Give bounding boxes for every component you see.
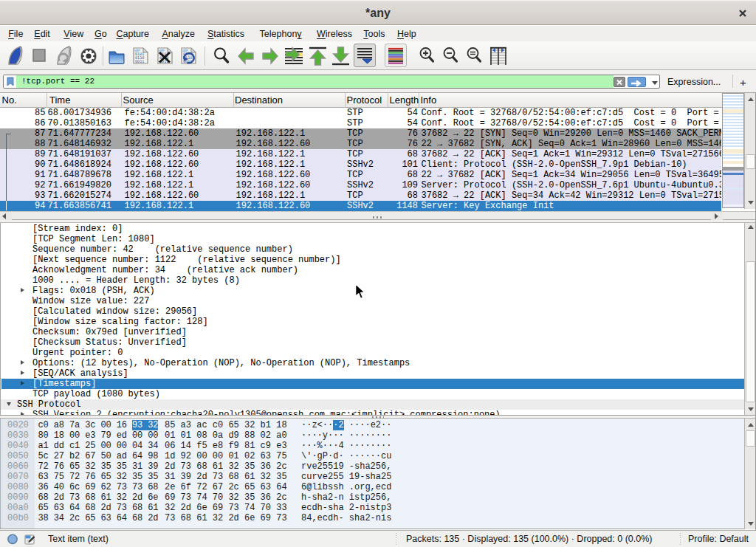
svg-text:0011: 0011	[135, 59, 145, 63]
